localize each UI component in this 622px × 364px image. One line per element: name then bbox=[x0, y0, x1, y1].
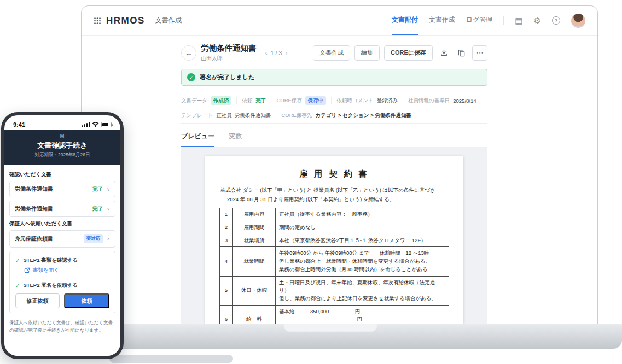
meta-label: CORE保存 bbox=[276, 97, 301, 104]
revise-request-button[interactable]: 修正依頼 bbox=[15, 293, 60, 308]
tab-variables[interactable]: 変数 bbox=[229, 132, 242, 147]
table-row: 4 就業時間 午後09時00分 から 午後09時00分 まで 休憩時間 12 〜… bbox=[220, 247, 449, 276]
back-button[interactable]: ← bbox=[181, 45, 196, 61]
document-card[interactable]: 身元保証依頼書 要対応 ∧ bbox=[9, 230, 115, 248]
meta-item: CORE保存先 カテゴリ > セクション > 労働条件通知書 bbox=[276, 112, 411, 119]
wifi-icon bbox=[92, 122, 99, 127]
chevron-down-icon[interactable]: ∨ bbox=[107, 207, 110, 212]
check-circle-icon: ✓ bbox=[187, 73, 195, 81]
brand: HRMOS 文書作成 bbox=[94, 15, 182, 26]
brand-product-name: 文書作成 bbox=[155, 16, 182, 25]
section-label-confirm: 確認いただく文書 bbox=[9, 171, 115, 178]
meta-label: 依頼 bbox=[242, 97, 252, 104]
help-icon[interactable]: ? bbox=[552, 16, 560, 25]
section-label-guarantor: 保証人へ依頼いただく文書 bbox=[9, 220, 115, 227]
meta-row-template: テンプレート 正社員_労働条件通知書 CORE保存先 カテゴリ > セクション … bbox=[181, 108, 487, 124]
steps-panel: ✓ STEP1 書類を確認する 書類を開く ✓ STEP2 署名を依頼する 修正… bbox=[9, 251, 115, 313]
main-content: ← 労働条件通知書 山田太郎 ‹ 1 / 3 › 文書作成 編集 COREに保存… bbox=[181, 36, 487, 324]
document-card[interactable]: 労働条件通知書 完了 ∨ bbox=[9, 201, 115, 217]
nav-divider bbox=[503, 16, 504, 25]
meta-item: CORE保存 保存中 bbox=[271, 96, 326, 105]
open-document-link[interactable]: 書類を開く bbox=[24, 267, 109, 274]
page-pagination: ‹ 1 / 3 › bbox=[265, 49, 288, 56]
row-content: 期間の定めなし bbox=[276, 221, 449, 234]
row-label: 給 料 bbox=[233, 305, 276, 324]
phone-status-bar: 9:41 bbox=[4, 115, 120, 130]
meta-label: 文書データ bbox=[181, 97, 207, 104]
row-label: 就業時間 bbox=[233, 247, 276, 276]
table-row: 1 雇用内容 正社員（従事する業務内容：一般事務） bbox=[220, 208, 449, 221]
status-badge: 完了 bbox=[92, 186, 103, 193]
external-link-icon bbox=[24, 267, 30, 273]
phone-mockup: 9:41 M 文書確認手続き 対応期限：2025年8月26日 確認いただく文書 … bbox=[1, 112, 124, 359]
contract-document-page: 雇 用 契 約 書 株式会社 ダミー (以下「甲」という) と 従業員名 (以下… bbox=[205, 156, 463, 324]
document-preview-pane[interactable]: 雇 用 契 約 書 株式会社 ダミー (以下「甲」という) と 従業員名 (以下… bbox=[181, 147, 487, 324]
user-avatar[interactable] bbox=[571, 14, 585, 28]
contract-intro: 株式会社 ダミー (以下「甲」という) と 従業員名 (以下「乙」という) は以… bbox=[219, 186, 449, 204]
row-number: 6 bbox=[220, 305, 233, 324]
battery-icon bbox=[101, 122, 112, 127]
app-header: HRMOS 文書作成 文書配付 文書作成 ログ管理 ▤ ⚙ ? bbox=[82, 6, 597, 36]
step1-row: ✓ STEP1 書類を確認する bbox=[15, 257, 109, 264]
top-nav: 文書配付 文書作成 ログ管理 ▤ ⚙ ? bbox=[392, 6, 585, 35]
deadline-text: 対応期限：2025年8月26日 bbox=[4, 152, 120, 158]
row-content: 正社員（従事する業務内容：一般事務） bbox=[276, 208, 449, 221]
check-icon: ✓ bbox=[15, 257, 20, 263]
row-label: 休日・休暇 bbox=[233, 276, 276, 305]
meta-label: テンプレート bbox=[181, 112, 213, 119]
cellular-signal-icon bbox=[82, 122, 90, 127]
step1-label: STEP1 書類を確認する bbox=[23, 257, 78, 264]
chevron-up-icon[interactable]: ∧ bbox=[107, 237, 110, 242]
app-grid-icon bbox=[94, 17, 101, 25]
meta-item: 文書データ 作成済 bbox=[181, 96, 231, 105]
phone-brand-mark: M bbox=[4, 133, 120, 139]
status-icons bbox=[82, 122, 112, 127]
tab-preview[interactable]: プレビュー bbox=[181, 132, 214, 147]
table-row: 2 雇用期間 期間の定めなし bbox=[220, 221, 449, 234]
download-icon[interactable] bbox=[437, 46, 450, 60]
next-page-icon[interactable]: › bbox=[285, 49, 287, 56]
status-badge: 完了 bbox=[92, 206, 103, 213]
guarantor-note: 保証人へ依頼いただく文書は、確認いただく文書の確認が完了後に手続きが可能になりま… bbox=[9, 319, 115, 334]
request-button[interactable]: 依頼 bbox=[64, 293, 109, 308]
row-number: 2 bbox=[220, 221, 233, 234]
preview-tabs: プレビュー 変数 bbox=[181, 132, 487, 147]
phone-page-title: 文書確認手続き bbox=[4, 140, 120, 150]
row-label: 就業場所 bbox=[233, 234, 276, 247]
meta-item: 依頼時コメント 登録済み bbox=[331, 97, 398, 104]
row-label: 雇用内容 bbox=[233, 208, 276, 221]
document-list-icon[interactable]: ▤ bbox=[515, 16, 522, 26]
chevron-down-icon[interactable]: ∨ bbox=[107, 187, 110, 192]
nav-item-distribute[interactable]: 文書配付 bbox=[392, 6, 418, 35]
more-actions-button[interactable]: ⋯ bbox=[472, 45, 487, 61]
document-card-title: 労働条件通知書 bbox=[15, 205, 92, 213]
status-badge: 保存中 bbox=[305, 96, 327, 105]
create-document-button[interactable]: 文書作成 bbox=[313, 45, 350, 61]
meta-item: 依頼 完了 bbox=[236, 97, 266, 104]
meta-label: 社員情報の基準日 bbox=[408, 97, 450, 104]
copy-icon[interactable] bbox=[455, 46, 468, 60]
nav-item-create[interactable]: 文書作成 bbox=[429, 6, 455, 35]
action-buttons: 修正依頼 依頼 bbox=[15, 293, 109, 308]
page-indicator: 1 / 3 bbox=[271, 50, 282, 56]
document-toolbar: ← 労働条件通知書 山田太郎 ‹ 1 / 3 › 文書作成 編集 COREに保存… bbox=[181, 43, 487, 62]
status-time: 9:41 bbox=[13, 121, 25, 128]
save-to-core-button[interactable]: COREに保存 bbox=[384, 45, 433, 61]
row-content: 本社（東京都渋谷区渋谷2丁目１５-１ 渋谷クロスタワー 12F） bbox=[276, 234, 449, 247]
core-save-path: カテゴリ > セクション > 労働条件通知書 bbox=[315, 112, 411, 119]
document-card-title: 身元保証依頼書 bbox=[15, 235, 84, 243]
document-card[interactable]: 労働条件通知書 完了 ∨ bbox=[9, 181, 115, 197]
meta-value: 登録済み bbox=[377, 97, 398, 104]
status-badge: 作成済 bbox=[211, 96, 232, 105]
nav-item-log[interactable]: ログ管理 bbox=[466, 6, 493, 35]
table-row: 6 給 料 基本給 350,000 円 円 固定残業代（30 時間相当） 50,… bbox=[220, 305, 449, 324]
edit-button[interactable]: 編集 bbox=[354, 45, 380, 61]
contract-title: 雇 用 契 約 書 bbox=[219, 169, 449, 179]
row-number: 4 bbox=[220, 247, 233, 276]
employee-name: 山田太郎 bbox=[201, 55, 257, 62]
prev-page-icon[interactable]: ‹ bbox=[265, 49, 268, 56]
meta-label: 依頼時コメント bbox=[336, 97, 373, 104]
gear-icon[interactable]: ⚙ bbox=[534, 16, 541, 26]
table-row: 3 就業場所 本社（東京都渋谷区渋谷2丁目１５-１ 渋谷クロスタワー 12F） bbox=[220, 234, 449, 247]
phone-shadow bbox=[109, 355, 233, 363]
